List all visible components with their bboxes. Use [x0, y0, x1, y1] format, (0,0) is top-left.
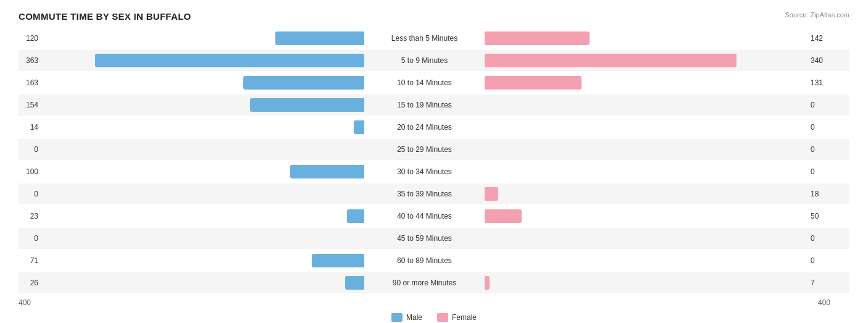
bar-row: 0 25 to 29 Minutes 0	[19, 139, 849, 160]
bar-area: 23 40 to 44 Minutes 50	[19, 209, 849, 223]
female-bar	[485, 76, 582, 90]
female-value: 0	[811, 101, 830, 109]
right-bar-wrap	[485, 165, 807, 178]
category-label: 35 to 39 Minutes	[364, 190, 485, 198]
category-label: 20 to 24 Minutes	[364, 123, 485, 132]
left-section: 14	[19, 120, 364, 134]
left-bar-wrap	[42, 254, 364, 267]
category-label: 90 or more Minutes	[364, 279, 485, 287]
axis-right: 400	[485, 298, 830, 307]
legend-female-label: Female	[452, 313, 477, 322]
right-section: 0	[485, 98, 830, 112]
bar-row: 14 20 to 24 Minutes 0	[19, 117, 849, 138]
bar-row: 71 60 to 89 Minutes 0	[19, 250, 849, 271]
female-bar	[485, 31, 590, 45]
bar-row: 0 45 to 59 Minutes 0	[19, 228, 849, 249]
female-value: 0	[811, 123, 830, 132]
right-section: 50	[485, 209, 830, 223]
bar-row: 363 5 to 9 Minutes 340	[19, 50, 849, 71]
category-label: 5 to 9 Minutes	[364, 56, 485, 65]
legend-male-icon	[391, 313, 403, 322]
left-bar-wrap	[42, 209, 364, 223]
left-section: 363	[19, 54, 364, 67]
male-value: 14	[19, 123, 38, 132]
female-value: 0	[811, 167, 830, 176]
right-section: 18	[485, 187, 830, 201]
male-bar	[290, 165, 364, 178]
category-label: Less than 5 Minutes	[364, 34, 485, 43]
right-bar-wrap	[485, 209, 807, 223]
male-bar	[243, 76, 364, 90]
female-value: 0	[811, 234, 830, 243]
male-value: 26	[19, 279, 38, 287]
right-bar-wrap	[485, 143, 807, 156]
female-bar	[485, 187, 498, 201]
female-value: 142	[811, 34, 830, 43]
left-section: 23	[19, 209, 364, 223]
right-bar-wrap	[485, 120, 807, 134]
male-value: 0	[19, 190, 38, 198]
category-label: 60 to 89 Minutes	[364, 256, 485, 265]
male-value: 0	[19, 145, 38, 154]
right-bar-wrap	[485, 187, 807, 201]
legend-female-icon	[437, 313, 448, 322]
right-section: 0	[485, 165, 830, 178]
left-bar-wrap	[42, 76, 364, 90]
bar-area: 0 35 to 39 Minutes 18	[19, 187, 849, 201]
bar-row: 100 30 to 34 Minutes 0	[19, 161, 849, 182]
right-bar-wrap	[485, 254, 807, 267]
right-bar-wrap	[485, 76, 807, 90]
right-section: 0	[485, 120, 830, 134]
female-value: 50	[811, 212, 830, 220]
axis-right-value: 400	[818, 298, 830, 307]
left-bar-wrap	[42, 120, 364, 134]
bar-area: 0 45 to 59 Minutes 0	[19, 232, 849, 245]
chart-container: COMMUTE TIME BY SEX IN BUFFALO Source: Z…	[0, 0, 868, 323]
category-label: 30 to 34 Minutes	[364, 167, 485, 176]
male-bar	[345, 276, 364, 290]
right-bar-wrap	[485, 54, 807, 67]
left-section: 0	[19, 232, 364, 245]
male-value: 0	[19, 234, 38, 243]
axis-left-value: 400	[19, 298, 31, 307]
male-value: 154	[19, 101, 38, 109]
left-bar-wrap	[42, 276, 364, 290]
right-section: 0	[485, 254, 830, 267]
left-section: 163	[19, 76, 364, 90]
bar-area: 100 30 to 34 Minutes 0	[19, 165, 849, 178]
female-value: 131	[811, 78, 830, 87]
left-bar-wrap	[42, 54, 364, 67]
right-bar-wrap	[485, 31, 807, 45]
female-bar	[485, 54, 737, 67]
bar-area: 363 5 to 9 Minutes 340	[19, 54, 849, 67]
male-value: 100	[19, 167, 38, 176]
male-bar	[354, 120, 364, 134]
left-section: 71	[19, 254, 364, 267]
bar-area: 26 90 or more Minutes 7	[19, 276, 849, 290]
male-bar	[347, 209, 364, 223]
right-section: 0	[485, 143, 830, 156]
male-bar	[95, 54, 364, 67]
female-bar	[485, 209, 522, 223]
left-section: 120	[19, 31, 364, 45]
female-value: 340	[811, 56, 830, 65]
right-bar-wrap	[485, 98, 807, 112]
female-value: 0	[811, 256, 830, 265]
category-label: 10 to 14 Minutes	[364, 78, 485, 87]
left-bar-wrap	[42, 232, 364, 245]
bar-area: 163 10 to 14 Minutes 131	[19, 76, 849, 90]
male-bar	[250, 98, 364, 112]
rows-area: 120 Less than 5 Minutes 142 363	[19, 28, 849, 293]
right-section: 340	[485, 54, 830, 67]
bar-area: 71 60 to 89 Minutes 0	[19, 254, 849, 267]
bar-row: 0 35 to 39 Minutes 18	[19, 183, 849, 204]
left-bar-wrap	[42, 165, 364, 178]
left-section: 154	[19, 98, 364, 112]
bar-area: 120 Less than 5 Minutes 142	[19, 31, 849, 45]
male-bar	[275, 31, 364, 45]
right-section: 142	[485, 31, 830, 45]
category-label: 40 to 44 Minutes	[364, 212, 485, 220]
female-value: 0	[811, 145, 830, 154]
chart-title: COMMUTE TIME BY SEX IN BUFFALO	[19, 11, 849, 22]
category-label: 15 to 19 Minutes	[364, 101, 485, 109]
